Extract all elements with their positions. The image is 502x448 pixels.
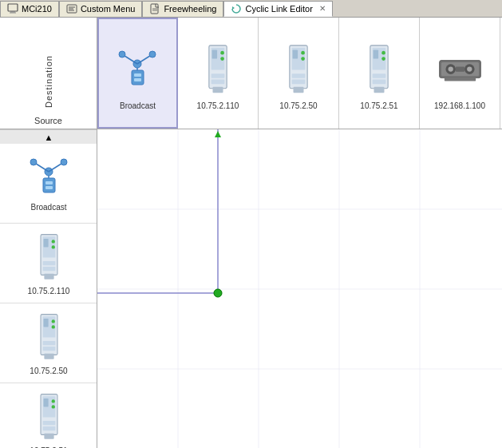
svg-rect-22 [212, 50, 218, 58]
dest-cell-51[interactable]: 10.75.2.51 [339, 18, 420, 129]
dest-50-label: 10.75.2.50 [279, 101, 317, 110]
source-column: ▲ Broadcast [0, 129, 97, 448]
svg-rect-52 [43, 178, 55, 192]
svg-point-60 [61, 159, 67, 165]
svg-point-67 [51, 245, 54, 248]
svg-point-66 [51, 240, 54, 243]
svg-rect-31 [292, 73, 306, 78]
svg-point-49 [467, 66, 472, 71]
svg-rect-81 [42, 426, 55, 430]
source-item-110[interactable]: 10.75.2.110 [0, 224, 97, 303]
dest-cell-broadcast[interactable]: Broadcast [97, 18, 178, 129]
svg-point-41 [381, 50, 385, 54]
main-area: Destination Source [0, 18, 502, 448]
document-icon [149, 3, 160, 14]
svg-rect-50 [456, 66, 464, 71]
svg-rect-43 [374, 86, 385, 92]
svg-point-18 [119, 51, 125, 57]
svg-point-83 [51, 405, 54, 408]
close-icon[interactable]: ✕ [319, 4, 326, 13]
body-area: ▲ Broadcast [0, 129, 502, 448]
svg-rect-79 [43, 398, 48, 406]
broadcast-source-device-icon [27, 156, 71, 201]
destination-cells: Broadcast 10.75.2.110 [97, 18, 500, 129]
svg-rect-11 [132, 70, 144, 85]
svg-rect-72 [42, 340, 55, 344]
svg-point-47 [448, 66, 453, 71]
header-row: Destination Source [0, 18, 502, 129]
destination-label: Destination [44, 55, 53, 108]
connection-svg [97, 129, 502, 448]
cycle-icon [231, 3, 242, 14]
server-51-source-icon [35, 391, 63, 445]
svg-point-103 [214, 289, 222, 297]
svg-rect-32 [292, 79, 306, 84]
source-110-label: 10.75.2.110 [28, 287, 70, 295]
svg-point-34 [301, 57, 305, 61]
source-label: Source [34, 116, 62, 125]
server-51-icon [355, 40, 403, 100]
source-broadcast-label: Broadcast [30, 203, 66, 212]
svg-rect-39 [373, 73, 386, 78]
dest-cell-110[interactable]: 10.75.2.110 [178, 18, 259, 129]
scroll-up-button[interactable]: ▲ [0, 129, 97, 144]
svg-rect-68 [44, 273, 53, 279]
tab-mci210-label: MCi210 [22, 4, 52, 14]
svg-rect-71 [43, 318, 48, 327]
tab-freewheeling[interactable]: Freewheeling [142, 1, 223, 17]
source-item-broadcast[interactable]: Broadcast [0, 144, 97, 224]
svg-marker-104 [215, 131, 221, 137]
monitor-icon [7, 3, 18, 14]
tab-custom-menu[interactable]: Custom Menu [59, 1, 142, 17]
svg-rect-24 [211, 79, 225, 84]
tab-freewheeling-label: Freewheeling [164, 4, 216, 14]
svg-rect-1 [10, 11, 15, 13]
svg-rect-63 [43, 238, 48, 247]
menu-icon [66, 3, 77, 14]
svg-point-74 [51, 319, 54, 323]
tab-cyclic-link-editor[interactable]: Cyclic Link Editor ✕ [223, 1, 332, 17]
svg-point-82 [51, 399, 54, 402]
dest-110-label: 10.75.2.110 [197, 101, 239, 110]
dest-cell-50[interactable]: 10.75.2.50 [259, 18, 339, 129]
svg-marker-10 [232, 6, 235, 10]
svg-rect-54 [45, 186, 53, 189]
svg-point-59 [30, 159, 37, 165]
dest-51-label: 10.75.2.51 [360, 101, 397, 110]
server-50-icon [275, 40, 322, 100]
svg-rect-84 [44, 433, 53, 438]
svg-rect-27 [213, 86, 223, 92]
svg-rect-51 [444, 78, 475, 81]
svg-rect-73 [42, 346, 55, 350]
tab-custom-menu-label: Custom Menu [81, 4, 135, 14]
svg-rect-0 [8, 4, 18, 11]
svg-rect-13 [134, 78, 141, 81]
svg-rect-40 [373, 79, 386, 84]
svg-rect-2 [10, 13, 16, 14]
tape-192-icon [436, 40, 484, 100]
svg-rect-64 [42, 260, 55, 264]
server-110-icon [194, 40, 242, 100]
source-item-51[interactable]: 10.75.2.51 [0, 383, 97, 448]
svg-point-26 [220, 57, 224, 61]
server-110-source-icon [35, 232, 63, 285]
svg-point-75 [51, 325, 54, 328]
svg-point-25 [220, 50, 224, 54]
svg-point-33 [301, 50, 305, 54]
svg-point-19 [149, 51, 156, 57]
dest-broadcast-label: Broadcast [120, 101, 156, 110]
svg-rect-23 [211, 73, 225, 78]
tab-mci210[interactable]: MCi210 [0, 1, 59, 17]
corner-cell: Destination Source [0, 18, 97, 129]
svg-rect-65 [42, 266, 55, 270]
dest-cell-192[interactable]: 192.168.1.100 [420, 18, 500, 129]
svg-rect-53 [45, 181, 53, 184]
svg-rect-76 [44, 353, 53, 359]
source-50-label: 10.75.2.50 [30, 367, 67, 375]
svg-point-42 [381, 57, 385, 61]
server-50-source-icon [35, 311, 63, 365]
source-item-50[interactable]: 10.75.2.50 [0, 303, 97, 383]
svg-rect-80 [42, 420, 55, 424]
grid-area[interactable] [97, 129, 502, 448]
dest-192-label: 192.168.1.100 [434, 101, 485, 110]
